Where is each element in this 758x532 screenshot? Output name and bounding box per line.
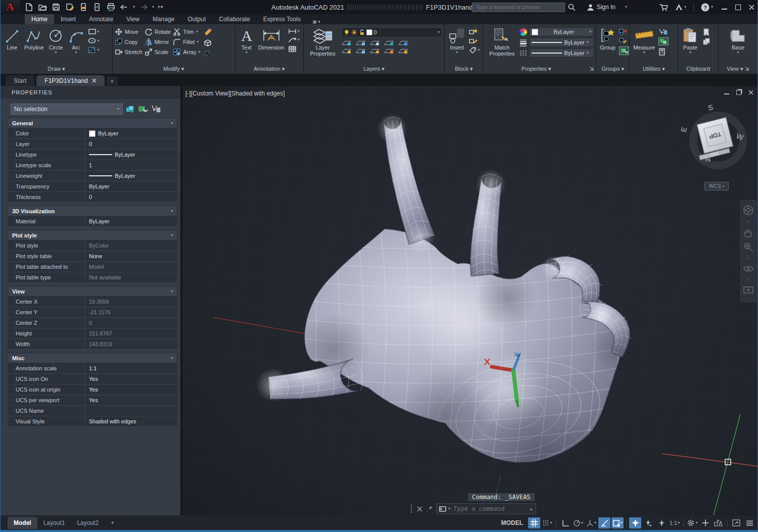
panel-modify-footer[interactable]: Modify ▾ [113, 66, 235, 73]
layer-on-tool[interactable] [343, 48, 351, 54]
pan-hand-icon[interactable] [743, 228, 753, 238]
tab-manage[interactable]: Manage [146, 14, 181, 24]
rectangle-tool[interactable]: ▾ [88, 28, 100, 35]
measure-button[interactable]: Measure▾ [632, 26, 656, 58]
minimize-button[interactable] [722, 5, 727, 10]
match-properties-button[interactable]: Match Properties [485, 26, 518, 58]
make-current-layer-tool[interactable] [400, 40, 407, 45]
layer-walk-tool[interactable] [400, 48, 407, 54]
viewport-close-icon[interactable] [748, 90, 753, 95]
grid-toggle[interactable] [528, 517, 540, 528]
quick-select-palette-icon[interactable] [151, 105, 161, 113]
viewcube[interactable]: S E W N TOP [686, 106, 751, 177]
copy-tool[interactable]: Copy [115, 37, 143, 46]
save-as-button[interactable] [65, 2, 75, 12]
polar-tracking-toggle[interactable]: ▾ [572, 517, 584, 528]
annotation-scale-icon[interactable] [655, 517, 668, 528]
search-icon[interactable] [568, 4, 576, 11]
explode-tool[interactable] [203, 38, 212, 47]
layer-unlock-tool[interactable] [386, 48, 393, 54]
select-similar-tool[interactable] [658, 37, 669, 45]
scale-tool[interactable]: Scale [145, 47, 171, 56]
panel-view-footer[interactable]: View ▾ ⇲ [719, 66, 757, 73]
arc-tool[interactable]: Arc▾ [67, 26, 86, 56]
layer-select-dropdown[interactable]: 0 ▾ [341, 27, 443, 37]
property-row-ucs-name[interactable]: UCS Name [8, 406, 177, 416]
property-row-color[interactable]: ColorByLayer [8, 128, 177, 139]
group-button[interactable]: Group [598, 26, 617, 57]
plot-button[interactable] [106, 2, 116, 12]
toggle-pickadd-icon[interactable] [125, 105, 135, 113]
annotation-autoscale-toggle[interactable] [642, 517, 654, 528]
sign-in-button[interactable]: Sign In ▾ [587, 4, 627, 11]
command-close-icon[interactable] [417, 506, 422, 512]
dimension-tool[interactable]: Dimension [257, 26, 286, 56]
offset-tool[interactable] [203, 50, 212, 57]
erase-tool[interactable] [203, 27, 212, 36]
autocad-logo-icon[interactable]: A [1, 0, 20, 14]
line-tool[interactable]: Line [3, 26, 22, 56]
mirror-tool[interactable]: Mirror [145, 37, 171, 46]
redo-button[interactable] [138, 2, 149, 12]
navigation-wheel-icon[interactable] [743, 205, 754, 216]
object-snap-toggle[interactable]: ▾ [611, 517, 624, 528]
layer-lock-tool[interactable] [386, 40, 393, 45]
redo-dropdown[interactable]: ▾ [152, 5, 154, 9]
select-objects-icon[interactable] [138, 105, 148, 113]
selection-dropdown[interactable]: No selection▾ [11, 104, 123, 115]
qat-customize-dropdown[interactable]: ≡▾ [158, 5, 163, 9]
command-expand-icon[interactable]: ▲ [529, 507, 533, 511]
tab-view[interactable]: View [120, 14, 146, 24]
undo-dropdown[interactable]: ▾ [133, 5, 135, 9]
edit-block-tool[interactable] [469, 37, 480, 44]
panel-block-footer[interactable]: Block ▾ [445, 66, 483, 73]
object-snap-tracking-toggle[interactable] [598, 517, 610, 528]
property-row-ucs-icon-on[interactable]: UCS icon OnYes [8, 374, 177, 384]
property-row-transparency[interactable]: TransparencyByLayer [8, 181, 177, 192]
save-button[interactable] [51, 2, 61, 12]
tab-insert[interactable]: Insert [54, 14, 82, 24]
lineweight-dropdown[interactable]: ByLayer▾ [529, 38, 594, 47]
maximize-button[interactable] [735, 5, 741, 10]
ortho-toggle[interactable] [559, 517, 571, 528]
open-from-web-button[interactable] [78, 2, 88, 12]
workspace-gear-button[interactable]: ▾ [686, 517, 698, 528]
add-status-item-button[interactable] [699, 517, 712, 528]
property-row-center-x[interactable]: Center X19.3556 [8, 297, 177, 307]
quick-select-tool[interactable] [658, 28, 669, 35]
move-tool[interactable]: Move [115, 27, 143, 36]
array-tool[interactable]: Array▾ [173, 47, 200, 56]
linetype-dropdown[interactable]: ByLayer▾ [529, 49, 594, 58]
ellipse-tool[interactable]: ▾ [88, 37, 100, 44]
base-view-button[interactable]: Base▾ [727, 26, 750, 56]
panel-utilities-footer[interactable]: Utilities ▾ [630, 66, 678, 73]
panel-draw-footer[interactable]: Draw ▾ [1, 66, 112, 73]
paste-button[interactable]: Paste▾ [680, 26, 700, 56]
close-tab-icon[interactable] [92, 78, 97, 83]
cut-tool[interactable] [702, 28, 710, 35]
close-button[interactable] [749, 5, 754, 10]
property-row-center-z[interactable]: Center Z0 [8, 318, 177, 328]
property-row-plot-style[interactable]: Plot styleByColor [8, 240, 177, 251]
view-panel-launcher[interactable]: ⇲ [745, 66, 749, 72]
define-attributes-tool[interactable]: ▾ [469, 46, 480, 53]
wcs-dropdown[interactable]: WCS▾ [704, 182, 729, 190]
property-row-ucs-per-viewport[interactable]: UCS per viewportYes [8, 395, 177, 406]
command-input-field[interactable]: ▾ ▲ [436, 503, 536, 514]
panel-layers-footer[interactable]: Layers ▾ [304, 66, 445, 73]
file-tab-start[interactable]: Start [6, 75, 34, 86]
command-input[interactable] [452, 505, 527, 513]
circle-tool[interactable]: Circle▾ [46, 26, 66, 56]
property-row-annotation-scale[interactable]: Annotation scale1:1 [8, 363, 177, 374]
layout-tab-layout1[interactable]: Layout1 [37, 517, 71, 529]
command-bar-grip[interactable] [411, 505, 414, 513]
customize-wrench-icon[interactable] [425, 505, 433, 512]
layer-thaw-tool[interactable] [371, 48, 379, 54]
property-row-thickness[interactable]: Thickness0 [8, 192, 177, 203]
property-row-visual-style[interactable]: Visual StyleShaded with edges [8, 416, 177, 427]
layout-add-button[interactable]: + [105, 516, 121, 529]
layer-match-tool[interactable] [357, 48, 365, 54]
copy-clip-tool[interactable] [702, 38, 710, 45]
annotation-scale-value[interactable]: 1:1▾ [669, 517, 681, 528]
property-row-lineweight[interactable]: LineweightByLayer [8, 171, 177, 181]
